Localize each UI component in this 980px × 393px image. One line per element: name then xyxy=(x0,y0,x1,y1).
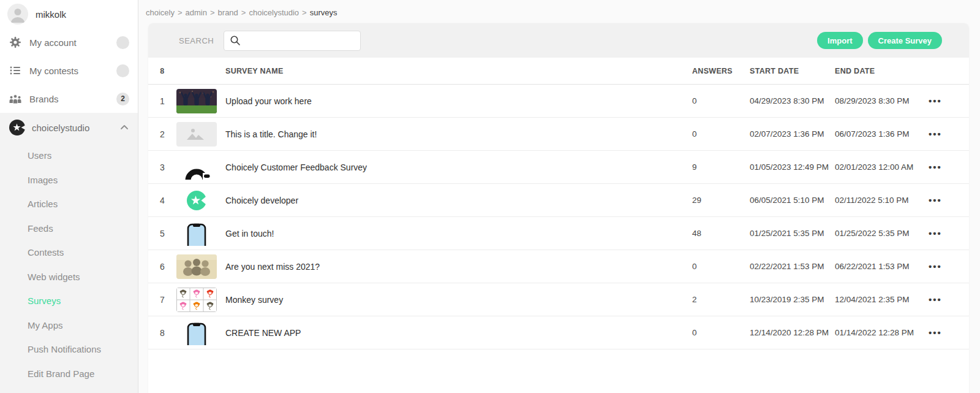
breadcrumb-item[interactable]: choicely xyxy=(146,8,175,17)
people-icon xyxy=(9,93,22,105)
survey-thumbnail-phone-mockup xyxy=(176,321,217,345)
header-start-date: START DATE xyxy=(750,67,835,75)
table-row[interactable]: 3 Choicely Customer Feedback Survey 9 01… xyxy=(148,151,969,184)
user-profile[interactable]: mikkolk xyxy=(0,0,138,28)
chevron-up-icon[interactable] xyxy=(119,123,129,132)
answers-count: 2 xyxy=(692,295,750,304)
row-number: 6 xyxy=(148,262,176,272)
start-date: 02/07/2023 1:36 PM xyxy=(750,129,835,139)
sidebar-subitem-edit-brand-page[interactable]: Edit Brand Page xyxy=(28,362,138,386)
survey-thumbnail-phone-mockup xyxy=(176,221,217,246)
table-row[interactable]: 8 CREATE NEW APP 0 12/14/2020 12:28 PM 0… xyxy=(148,316,969,349)
search-label: SEARCH xyxy=(179,36,214,45)
create-survey-button[interactable]: Create Survey xyxy=(868,32,942,49)
sidebar-subitem-push-notifications[interactable]: Push Notifications xyxy=(28,337,138,362)
sidebar-item-label: Brands xyxy=(29,94,59,104)
start-date: 06/05/2021 5:10 PM xyxy=(750,196,835,205)
header-survey-name: SURVEY NAME xyxy=(225,67,692,75)
brand-submenu: Users Images Articles Feeds Contests Web… xyxy=(0,142,138,386)
breadcrumb-item[interactable]: surveys xyxy=(310,8,337,17)
survey-thumbnail-monkey-grid xyxy=(176,288,217,312)
search-box xyxy=(224,31,361,51)
row-menu-button[interactable]: ••• xyxy=(929,328,942,337)
breadcrumb-separator: > xyxy=(178,8,183,17)
end-date: 06/07/2023 1:36 PM xyxy=(835,129,925,139)
row-menu-button[interactable]: ••• xyxy=(929,229,942,238)
breadcrumb: choicely>admin>brand>choicelystudio>surv… xyxy=(138,0,980,23)
start-date: 04/29/2023 8:30 PM xyxy=(750,96,835,105)
search-input[interactable] xyxy=(244,31,360,50)
table-row[interactable]: 5 Get in touch! 48 01/25/2021 5:35 PM 01… xyxy=(148,217,969,250)
sidebar-subitem-surveys[interactable]: Surveys xyxy=(28,289,138,313)
row-menu-button[interactable]: ••• xyxy=(929,262,942,271)
sidebar: mikkolk My account My contests Brands 2 xyxy=(0,0,138,393)
row-menu-button[interactable]: ••• xyxy=(929,96,942,105)
table-row[interactable]: 6 Are you next miss 2021? 0 02/22/2021 1… xyxy=(148,250,969,283)
table-row[interactable]: 4 Choicely developer 29 06/05/2021 5:10 … xyxy=(148,184,969,217)
breadcrumb-item[interactable]: choicelystudio xyxy=(249,8,299,17)
header-answers: ANSWERS xyxy=(692,67,750,75)
row-menu-button[interactable]: ••• xyxy=(929,196,942,205)
survey-thumbnail-placeholder-image xyxy=(176,122,217,147)
table-row[interactable]: 1 Upload your work here 0 04/29/2023 8:3… xyxy=(148,85,969,118)
start-date: 10/23/2019 2:35 PM xyxy=(750,295,835,304)
sidebar-menu: My account My contests Brands 2 xyxy=(0,28,138,113)
sidebar-subitem-images[interactable]: Images xyxy=(28,168,138,193)
survey-name: Monkey survey xyxy=(225,295,692,305)
header-end-date: END DATE xyxy=(835,67,925,75)
answers-count: 0 xyxy=(692,262,750,271)
count-badge xyxy=(116,36,129,49)
survey-thumbnail-football-photo xyxy=(176,89,217,113)
end-date: 01/25/2022 5:35 PM xyxy=(835,229,925,238)
sidebar-subitem-web-widgets[interactable]: Web widgets xyxy=(28,265,138,289)
row-number: 1 xyxy=(148,96,176,106)
end-date: 06/22/2021 1:53 PM xyxy=(835,262,925,271)
user-name: mikkolk xyxy=(36,9,66,20)
brand-section: choicelystudio Users Images Articles Fee… xyxy=(0,113,138,393)
survey-name: Upload your work here xyxy=(225,96,692,106)
sidebar-subitem-feeds[interactable]: Feeds xyxy=(28,216,138,241)
surveys-card: SEARCH Import Create Survey 8 SURVEY NAM… xyxy=(148,23,969,393)
survey-thumbnail-sepia-photo xyxy=(176,254,217,279)
answers-count: 9 xyxy=(692,162,750,172)
row-number: 2 xyxy=(148,129,176,139)
avatar xyxy=(7,4,28,25)
sidebar-subitem-users[interactable]: Users xyxy=(28,143,138,168)
sidebar-item-choicelystudio[interactable]: choicelystudio xyxy=(0,113,138,142)
answers-count: 0 xyxy=(692,129,750,139)
table-body: 1 Upload your work here 0 04/29/2023 8:3… xyxy=(148,85,969,349)
breadcrumb-item[interactable]: admin xyxy=(186,8,207,17)
end-date: 08/29/2023 8:30 PM xyxy=(835,96,925,105)
row-menu-button[interactable]: ••• xyxy=(929,162,942,172)
start-date: 02/22/2021 1:53 PM xyxy=(750,262,835,271)
table-row[interactable]: 2 This is a title. Change it! 0 02/07/20… xyxy=(148,118,969,151)
gear-icon xyxy=(9,36,22,48)
row-menu-button[interactable]: ••• xyxy=(929,295,942,304)
import-button[interactable]: Import xyxy=(817,32,862,49)
start-date: 01/25/2021 5:35 PM xyxy=(750,229,835,238)
sidebar-subitem-articles[interactable]: Articles xyxy=(28,192,138,216)
sidebar-item-label: My account xyxy=(29,37,77,48)
sidebar-item-label: My contests xyxy=(29,66,78,76)
survey-name: This is a title. Change it! xyxy=(225,129,692,139)
row-number: 3 xyxy=(148,162,176,172)
person-icon xyxy=(7,4,28,25)
count-badge: 2 xyxy=(116,93,129,105)
breadcrumb-separator: > xyxy=(302,8,307,17)
row-menu-button[interactable]: ••• xyxy=(929,129,942,139)
table-row[interactable]: 7 Monkey survey 2 10/23/2019 2:35 PM 12/… xyxy=(148,283,969,316)
sidebar-item-my-contests[interactable]: My contests xyxy=(0,56,138,85)
breadcrumb-separator: > xyxy=(210,8,215,17)
sidebar-subitem-my-apps[interactable]: My Apps xyxy=(28,313,138,338)
survey-thumbnail-choicely-logo-black xyxy=(176,155,217,180)
breadcrumb-separator: > xyxy=(241,8,246,17)
sidebar-item-my-account[interactable]: My account xyxy=(0,28,138,56)
sidebar-subitem-contests[interactable]: Contests xyxy=(28,240,138,265)
start-date: 12/14/2020 12:28 PM xyxy=(750,328,835,337)
survey-name: CREATE NEW APP xyxy=(225,328,692,338)
breadcrumb-item[interactable]: brand xyxy=(218,8,238,17)
answers-count: 0 xyxy=(692,96,750,105)
app-root: mikkolk My account My contests Brands 2 xyxy=(0,0,980,393)
brand-label: choicelystudio xyxy=(32,123,89,133)
sidebar-item-brands[interactable]: Brands 2 xyxy=(0,85,138,113)
